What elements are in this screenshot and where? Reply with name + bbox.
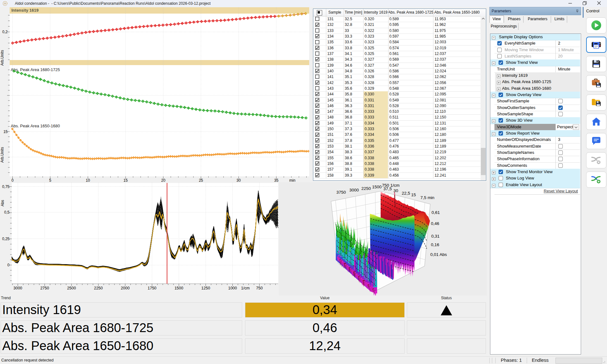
svg-text:0: 0: [11, 178, 14, 182]
svg-text:15: 15: [124, 178, 128, 182]
svg-text:3000: 3000: [13, 286, 22, 290]
svg-text:0,01 Abs: 0,01 Abs: [430, 252, 447, 257]
svg-text:15: 15: [3, 130, 8, 134]
svg-text:3000: 3000: [349, 188, 359, 192]
svg-text:1000: 1000: [228, 286, 237, 290]
svg-text:2500: 2500: [67, 286, 76, 290]
svg-text:7,5 min: 7,5 min: [420, 195, 434, 200]
svg-text:30: 30: [236, 178, 241, 182]
svg-text:2250: 2250: [94, 286, 103, 290]
svg-text:0,46: 0,46: [431, 221, 439, 226]
svg-text:0: 0: [7, 263, 9, 267]
svg-text:0,75: 0,75: [2, 185, 10, 189]
svg-text:0,5: 0,5: [4, 210, 9, 215]
svg-text:35: 35: [274, 178, 279, 182]
svg-text:22,5: 22,5: [402, 191, 410, 196]
svg-text:0,25: 0,25: [2, 237, 10, 241]
svg-text:Intensity 1619: Intensity 1619: [11, 8, 39, 13]
svg-text:750: 750: [256, 286, 263, 290]
svg-text:2250: 2250: [361, 186, 371, 191]
svg-text:1750: 1750: [148, 286, 156, 290]
svg-text:0,2: 0,2: [2, 30, 8, 34]
svg-text:2000: 2000: [121, 286, 130, 290]
svg-text:0,16: 0,16: [431, 242, 439, 247]
svg-text:1500: 1500: [372, 185, 382, 189]
svg-text:3750: 3750: [336, 190, 346, 195]
svg-text:10: 10: [86, 178, 90, 182]
svg-text:30: 30: [393, 188, 398, 193]
svg-text:5: 5: [49, 178, 51, 182]
svg-text:Abs: Abs: [0, 200, 5, 207]
svg-text:15: 15: [411, 192, 416, 197]
svg-text:0,61: 0,61: [432, 210, 440, 215]
svg-text:Arb.Units: Arb.Units: [0, 147, 4, 162]
svg-text:25: 25: [199, 178, 203, 182]
svg-text:1250: 1250: [201, 286, 210, 290]
svg-text:37,5: 37,5: [383, 186, 392, 191]
svg-text:min: min: [289, 178, 295, 182]
svg-text:Abs. Peak Area 1650-1680: Abs. Peak Area 1650-1680: [11, 124, 60, 128]
svg-text:2750: 2750: [40, 286, 49, 290]
svg-text:0,31: 0,31: [431, 234, 439, 239]
svg-text:1/cm: 1/cm: [241, 286, 249, 290]
svg-text:Arb.Units: Arb.Units: [0, 50, 4, 65]
svg-text:20: 20: [161, 178, 166, 182]
svg-text:1500: 1500: [175, 286, 183, 290]
